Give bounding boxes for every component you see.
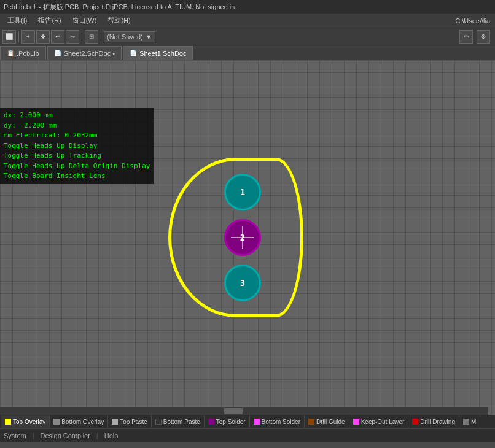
layer-tab-top-overlay[interactable]: Top Overlay [1, 415, 50, 428]
tab-sheet1-label: Sheet1.SchDoc [139, 50, 186, 57]
menu-bar: 工具(I) 报告(R) 窗口(W) 帮助(H) C:\Users\lia [0, 14, 495, 28]
tab-pcblib-icon: 📋 [7, 50, 14, 56]
layer-color-top-solder [208, 419, 214, 425]
layer-color-drill-guide [308, 419, 314, 425]
horizontal-scrollbar[interactable] [0, 407, 488, 415]
separator-1 [18, 31, 19, 42]
layer-label-bottom-overlay: Bottom Overlay [61, 419, 104, 425]
tab-pcblib[interactable]: 📋 .PcbLib [0, 46, 46, 60]
canvas-area[interactable]: dx: 2.000 mm dy: -2.200 mm mm Electrical… [0, 60, 495, 415]
tab-sheet2[interactable]: 📄 Sheet2.SchDoc • [47, 46, 122, 60]
pad-1[interactable]: 1 [224, 174, 261, 210]
tab-bar: 📋 .PcbLib 📄 Sheet2.SchDoc • 📄 Sheet1.Sch… [0, 45, 495, 60]
layer-label-m: M [471, 419, 476, 425]
info-dy: dy: -2.200 mm [4, 121, 150, 131]
info-line2: Toggle Heads Up Tracking [4, 151, 150, 161]
tab-sheet2-icon: 📄 [54, 50, 61, 56]
layer-tab-keepout[interactable]: Keep-Out Layer [349, 415, 409, 428]
separator-2 [82, 31, 82, 42]
layer-label-drill-drawing: Drill Drawing [420, 419, 455, 425]
toolbar-btn-5[interactable]: ↪ [66, 30, 79, 44]
layer-label-bottom-solder: Bottom Solder [262, 419, 300, 425]
scrollbar-thumb-horizontal[interactable] [224, 408, 243, 414]
tab-pcblib-label: .PcbLib [17, 50, 39, 57]
status-sep-2: | [96, 432, 98, 439]
title-bar: PcbLib.bell - 扩展版.PCB_Project.PrjPCB. Li… [0, 0, 495, 14]
layer-color-bottom-solder [254, 419, 260, 425]
layer-tab-drill-drawing[interactable]: Drill Drawing [408, 415, 459, 428]
layer-label-keepout: Keep-Out Layer [361, 419, 405, 425]
layer-tab-m[interactable]: M [459, 415, 480, 428]
pad-1-number: 1 [240, 187, 245, 197]
status-system[interactable]: System [4, 432, 26, 439]
layer-color-top-paste [112, 419, 118, 425]
toolbar-settings-btn[interactable]: ⚙ [477, 30, 490, 44]
pads-container: 1 2 3 [218, 168, 267, 307]
layer-tabs-bar: Top Overlay Bottom Overlay Top Paste Bot… [0, 415, 495, 428]
status-sep-1: | [33, 432, 34, 439]
layer-color-drill-drawing [412, 419, 418, 425]
status-compiler[interactable]: Design Compiler [41, 432, 90, 439]
pcb-component: 1 2 3 [218, 168, 267, 307]
layer-color-bottom-paste [155, 419, 162, 425]
pad-2[interactable]: 2 [224, 219, 261, 256]
info-dx: dx: 2.000 mm [4, 110, 150, 121]
layer-label-top-solder: Top Solder [216, 419, 246, 425]
menu-help[interactable]: 帮助(H) [103, 15, 135, 26]
toolbar-pencil-btn[interactable]: ✏ [459, 30, 473, 44]
title-text: PcbLib.bell - 扩展版.PCB_Project.PrjPCB. Li… [4, 2, 236, 12]
menu-window[interactable]: 窗口(W) [68, 15, 102, 26]
info-line4: Toggle Board Insight Lens [4, 171, 150, 182]
layer-tab-top-paste[interactable]: Top Paste [108, 415, 151, 428]
toolbar-btn-3[interactable]: ✥ [36, 30, 50, 44]
info-line3: Toggle Heads Up Delta Origin Display [4, 161, 150, 172]
pad-2-number: 2 [240, 233, 245, 242]
menu-reports[interactable]: 报告(R) [33, 15, 66, 26]
separator-3 [101, 31, 101, 42]
layer-color-keepout [353, 419, 359, 425]
layer-label-bottom-paste: Bottom Paste [163, 419, 200, 425]
status-help[interactable]: Help [104, 432, 119, 439]
layer-label-drill-guide: Drill Guide [316, 419, 345, 425]
layer-tab-drill-guide[interactable]: Drill Guide [305, 415, 349, 428]
layer-label-top-paste: Top Paste [120, 419, 147, 425]
info-line1: Toggle Heads Up Display [4, 141, 150, 152]
toolbar-btn-4[interactable]: ↩ [51, 30, 64, 44]
tab-sheet1-icon: 📄 [130, 50, 137, 56]
not-saved-dropdown[interactable]: (Not Saved) ▼ [104, 31, 155, 42]
status-bar: System | Design Compiler | Help [0, 428, 495, 442]
layer-color-bottom-overlay [53, 419, 60, 425]
menu-tools[interactable]: 工具(I) [2, 15, 32, 26]
tab-sheet2-label: Sheet2.SchDoc • [64, 50, 115, 57]
toolbar-btn-1[interactable]: ⬜ [2, 30, 16, 44]
toolbar-btn-2[interactable]: + [21, 30, 35, 44]
layer-color-m [463, 419, 469, 425]
layer-tab-bottom-paste[interactable]: Bottom Paste [152, 415, 205, 428]
tab-sheet1[interactable]: 📄 Sheet1.SchDoc [123, 46, 193, 60]
layer-tab-bottom-overlay[interactable]: Bottom Overlay [50, 415, 108, 428]
layer-color-top-overlay [5, 419, 11, 425]
layer-tab-bottom-solder[interactable]: Bottom Solder [250, 415, 305, 428]
toolbar: ⬜ + ✥ ↩ ↪ ⊞ (Not Saved) ▼ ✏ ⚙ [0, 28, 495, 45]
info-electrical: mm Electrical: 0.2032mm [4, 131, 150, 141]
info-overlay: dx: 2.000 mm dy: -2.200 mm mm Electrical… [0, 108, 154, 184]
dropdown-label: (Not Saved) [107, 33, 143, 41]
user-path: C:\Users\lia [455, 17, 490, 25]
toolbar-grid-btn[interactable]: ⊞ [85, 30, 98, 44]
pad-3-number: 3 [240, 278, 245, 288]
layer-label-top-overlay: Top Overlay [13, 419, 45, 425]
dropdown-arrow: ▼ [146, 33, 152, 41]
pad-3[interactable]: 3 [224, 265, 261, 301]
layer-tab-top-solder[interactable]: Top Solder [205, 415, 250, 428]
